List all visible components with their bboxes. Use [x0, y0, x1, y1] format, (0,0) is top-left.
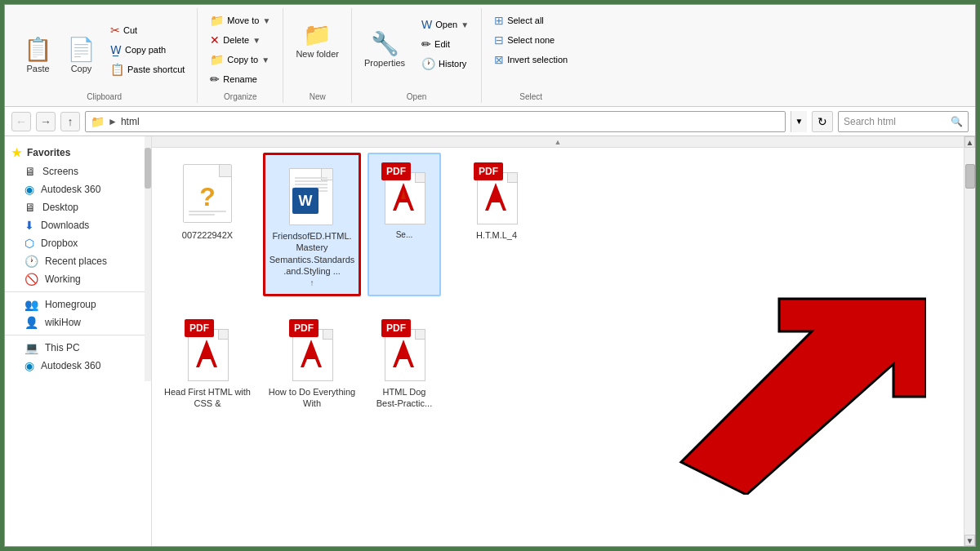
search-box[interactable]: Search html 🔍 — [838, 111, 969, 132]
file-label-pdf1: Se... — [396, 229, 413, 240]
open-button[interactable]: W Open ▼ — [416, 16, 474, 33]
delete-button[interactable]: ✕ Delete ▼ — [204, 31, 276, 49]
explorer-window: 📋 Paste 📄 Copy ✂ Cut W̲ Copy path — [4, 4, 976, 547]
scroll-down[interactable]: ▼ — [964, 535, 975, 546]
rename-button[interactable]: ✏ Rename — [204, 70, 276, 88]
homegroup-label: Homegroup — [45, 299, 96, 310]
wikihow-icon: 👤 — [24, 316, 38, 329]
sidebar-item-dropbox[interactable]: ⬡ Dropbox — [5, 234, 145, 252]
properties-button[interactable]: 🔧 Properties — [359, 20, 411, 79]
move-to-icon: 📁 — [210, 14, 224, 27]
copy-path-icon: W̲ — [110, 43, 122, 56]
forward-button[interactable]: → — [36, 112, 56, 131]
file-item-007222942X[interactable]: ? 007222942X — [158, 153, 256, 296]
refresh-button[interactable]: ↻ — [812, 111, 833, 132]
file-item-html4[interactable]: PDF H.T.M.L_4 — [448, 153, 546, 296]
edit-icon: ✏ — [421, 38, 431, 51]
organize-label: Organize — [198, 92, 283, 101]
organize-group: 📁 Move to ▼ ✕ Delete ▼ 📁 Copy to ▼ ✏ Ren… — [198, 8, 283, 103]
sidebar-item-recent[interactable]: 🕐 Recent places — [5, 252, 145, 270]
pdf-badge-1: PDF — [381, 162, 411, 180]
select-all-icon: ⊞ — [494, 14, 504, 27]
sidebar-item-screens[interactable]: 🖥 Screens — [5, 162, 145, 180]
sidebar-scroll: ★ Favorites 🖥 Screens ◉ Autodesk 360 🖥 D… — [5, 136, 145, 381]
file-icon-area-pdf2: PDF — [464, 161, 529, 226]
file-label-head-first: Head First HTML with CSS & — [163, 386, 252, 410]
doc-line-1 — [295, 177, 327, 179]
copy-path-button[interactable]: W̲ Copy path — [105, 41, 190, 59]
copy-button[interactable]: 📄 Copy — [61, 26, 101, 85]
file-item-how-to-do[interactable]: PDF How to Do Everything With — [263, 309, 361, 418]
select-label: Select — [482, 92, 580, 101]
open-icon: W — [421, 18, 432, 31]
cursor-indicator: ↑ — [310, 278, 314, 287]
screens-label: Screens — [42, 166, 78, 177]
pdf-badge-2: PDF — [474, 162, 503, 180]
select-all-button[interactable]: ⊞ Select all — [488, 11, 573, 29]
properties-icon: 🔧 — [371, 33, 399, 56]
copy-to-button[interactable]: 📁 Copy to ▼ — [204, 51, 276, 69]
sidebar-item-homegroup[interactable]: 👥 Homegroup — [5, 295, 145, 313]
sidebar-item-autodesk2[interactable]: ◉ Autodesk 360 — [5, 357, 145, 375]
cut-button[interactable]: ✂ Cut — [105, 21, 190, 39]
history-button[interactable]: 🕐 History — [416, 55, 474, 73]
sidebar-item-autodesk[interactable]: ◉ Autodesk 360 — [5, 180, 145, 198]
file-item-friendsofED[interactable]: W FriendsofED.HTML.Mastery Semantics.Sta… — [263, 153, 361, 296]
sidebar-item-wikihow[interactable]: 👤 wikiHow — [5, 313, 145, 331]
sidebar-item-desktop[interactable]: 🖥 Desktop — [5, 198, 145, 216]
history-icon: 🕐 — [421, 57, 435, 70]
select-none-button[interactable]: ⊟ Select none — [488, 31, 573, 49]
sidebar-item-this-pc[interactable]: 💻 This PC — [5, 339, 145, 357]
paste-icon: 📋 — [24, 38, 52, 61]
file-icon-area-pdf5: PDF — [372, 318, 437, 383]
favorites-header[interactable]: ★ Favorites — [5, 143, 145, 162]
working-label: Working — [45, 273, 81, 285]
file-item-friendsofED-pdf[interactable]: PDF Se... — [368, 153, 441, 296]
open-dropdown-arrow: ▼ — [461, 20, 469, 29]
invert-selection-button[interactable]: ⊠ Invert selection — [488, 51, 573, 69]
acrobat-logo-5 — [390, 338, 417, 373]
pdf-badge-3: PDF — [185, 319, 214, 337]
file-label-friendsofED: FriendsofED.HTML.Mastery Semantics.Stand… — [269, 230, 355, 277]
paste-shortcut-button[interactable]: 📋 Paste shortcut — [105, 60, 190, 78]
back-button[interactable]: ← — [11, 112, 31, 131]
file-grid: ? 007222942X — [152, 136, 964, 546]
clipboard-group: 📋 Paste 📄 Copy ✂ Cut W̲ Copy path — [11, 8, 198, 103]
sidebar-divider-2 — [5, 335, 145, 335]
doc-line-2 — [295, 180, 327, 182]
new-folder-button[interactable]: 📁 New folder — [290, 11, 345, 70]
scroll-top-area: ▲ — [152, 136, 964, 148]
address-path[interactable]: 📁 ► html — [85, 111, 786, 132]
wikihow-label: wikiHow — [45, 317, 81, 328]
open-group: 🔧 Properties W Open ▼ ✏ Edit 🕐 — [352, 8, 482, 103]
new-folder-icon: 📁 — [303, 24, 332, 47]
sidebar-scrollbar-thumb[interactable] — [145, 148, 151, 189]
scrollbar-thumb[interactable] — [965, 164, 975, 189]
scroll-up-arrow[interactable]: ▲ — [555, 138, 562, 146]
search-icon: 🔍 — [951, 116, 963, 127]
scroll-up[interactable]: ▲ — [964, 136, 975, 148]
move-to-dropdown-arrow: ▼ — [262, 16, 270, 25]
address-dropdown[interactable]: ▼ — [791, 111, 807, 132]
desktop-icon: 🖥 — [24, 201, 36, 214]
ribbon: 📋 Paste 📄 Copy ✂ Cut W̲ Copy path — [5, 5, 975, 107]
invert-selection-icon: ⊠ — [494, 53, 504, 66]
autodesk-label: Autodesk 360 — [41, 184, 100, 195]
file-item-head-first[interactable]: PDF Head First HTML with CSS & — [158, 309, 256, 418]
edit-button[interactable]: ✏ Edit — [416, 35, 474, 53]
screens-icon: 🖥 — [24, 165, 36, 178]
move-to-button[interactable]: 📁 Move to ▼ — [204, 11, 276, 29]
file-icon-area-unknown: ? — [175, 161, 240, 226]
sidebar-item-downloads[interactable]: ⬇ Downloads — [5, 216, 145, 234]
file-item-html-dog[interactable]: PDF HTML Dog Best-Practic... — [368, 309, 441, 418]
sidebar-item-working[interactable]: 🚫 Working — [5, 270, 145, 288]
file-area: ▲ ? 007222942X — [152, 136, 975, 546]
sidebar-divider-1 — [5, 291, 145, 292]
up-button[interactable]: ↑ — [60, 112, 80, 131]
right-scrollbar: ▲ ▼ — [964, 136, 975, 546]
pdf-container-4: PDF — [286, 319, 338, 381]
select-none-icon: ⊟ — [494, 33, 504, 47]
autodesk-icon: ◉ — [24, 183, 34, 196]
paste-button[interactable]: 📋 Paste — [18, 26, 58, 85]
copy-icon: 📄 — [67, 38, 96, 61]
